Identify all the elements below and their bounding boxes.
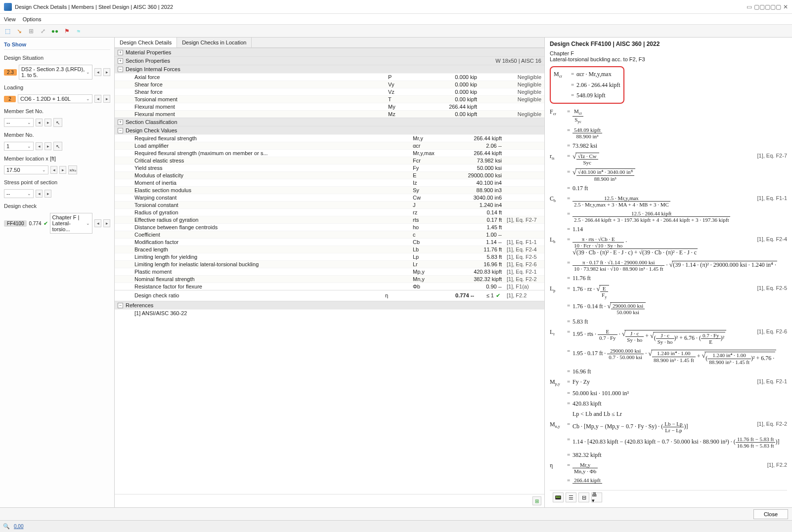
label-member-set: Member Set No. <box>4 108 110 114</box>
next-button[interactable]: ▸ <box>44 119 51 126</box>
badge-loading: 2 <box>4 96 16 102</box>
label-design-situation: Design Situation <box>4 55 110 61</box>
select-loading[interactable]: CO6 - 1.20D + 1.60L⌄ <box>18 94 92 103</box>
toolbar: ⬚ ↘ ⊞ ⤢ ●● ⚑ ≈ <box>0 25 792 38</box>
badge-dc-id: FF4100 <box>4 220 27 227</box>
select-member-set[interactable]: -- ⌄ <box>4 118 34 127</box>
subtitle-label: Lateral-torsional buckling acc. to F2, F… <box>550 56 787 62</box>
section-header[interactable]: +Section Classification <box>115 118 544 126</box>
search-icon[interactable]: 🔍 <box>3 523 10 530</box>
expand-icon[interactable]: + <box>118 58 123 64</box>
app-icon <box>4 3 12 11</box>
menu-options[interactable]: Options <box>23 16 42 22</box>
table-row: Elastic section modulusSy88.900 in3 <box>115 186 544 194</box>
table-row: Modification factorCb1.14 --[1], Eq. F1-… <box>115 238 544 246</box>
table-row: Distance between flange centroidsho1.45 … <box>115 223 544 231</box>
titlebar: Design Check Details | Members | Steel D… <box>0 0 792 14</box>
statusbar: 🔍 0,00 <box>0 520 792 532</box>
pick-icon[interactable]: ↖ <box>53 142 62 151</box>
section-header[interactable]: +Section PropertiesW 18x50 | AISC 16 <box>115 56 544 65</box>
prev-button[interactable]: ◂ <box>50 166 57 174</box>
ratio-row: Design check ratioη0.774 --≤ 1✔[1], F2.2 <box>115 290 544 301</box>
list-icon[interactable]: ☰ <box>566 492 576 502</box>
table-row: Braced lengthLb11.76 ft[1], Eq. F2-4 <box>115 246 544 253</box>
chevron-down-icon: ⌄ <box>86 96 90 101</box>
tool-icon-7[interactable]: ≈ <box>74 27 83 36</box>
select-stress-point[interactable]: -- ⌄ <box>4 189 34 198</box>
expand-icon[interactable]: + <box>118 120 123 125</box>
sidebar-heading: To Show <box>4 40 110 50</box>
tab-design-checks-in-location[interactable]: Design Checks in Location <box>177 38 252 47</box>
section-header[interactable]: +Material Properties <box>115 48 544 56</box>
pick-icon[interactable]: ↖ <box>53 118 62 127</box>
next-button[interactable]: ▸ <box>103 219 110 227</box>
collapse-icon[interactable]: − <box>118 303 123 308</box>
prev-button[interactable]: ◂ <box>36 190 43 198</box>
select-design-situation[interactable]: DS2 - Section 2.3 (LRFD), 1. to 5.⌄ <box>19 65 92 80</box>
chevron-down-icon: ⌄ <box>86 70 90 75</box>
table-row: Plastic momentMp,y420.83 kipft[1], Eq. F… <box>115 268 544 275</box>
table-row: Flexural momentMy266.44 kipft <box>115 103 544 110</box>
calc-icon[interactable]: 📟 <box>553 492 564 502</box>
tab-design-check-details[interactable]: Design Check Details <box>115 38 177 47</box>
chapter-label: Chapter F <box>550 50 787 56</box>
tool-icon-6[interactable]: ⚑ <box>62 27 71 36</box>
section-header[interactable]: −References <box>115 301 544 309</box>
collapse-icon[interactable]: − <box>118 67 123 72</box>
formula-panel[interactable]: Design Check FF4100 | AISC 360 | 2022 Ch… <box>545 38 792 507</box>
prev-button[interactable]: ◂ <box>36 142 43 150</box>
table-row: Flexural momentMz0.00 kipftNegligible <box>115 110 544 118</box>
input-member-loc[interactable]: 17.50⌄ <box>4 165 48 174</box>
section-header[interactable]: −Design Check Values <box>115 126 544 134</box>
table-row: Warping constantCw3040.00 in6 <box>115 194 544 201</box>
tree-icon[interactable]: ⊟ <box>578 492 589 502</box>
menu-view[interactable]: View <box>4 16 16 22</box>
table-row: Modulus of elasticityE29000.000 ksi <box>115 171 544 179</box>
table-row: Critical elastic stressFcr73.982 ksi <box>115 157 544 164</box>
prev-button[interactable]: ◂ <box>94 219 101 227</box>
tool-icon-4[interactable]: ⤢ <box>39 27 47 36</box>
ratio-icon[interactable]: x/x₀ <box>68 165 77 174</box>
table-row: Effective radius of gyrationrts0.17 ft[1… <box>115 216 544 223</box>
tool-icon-3[interactable]: ⊞ <box>27 27 36 36</box>
tool-icon-2[interactable]: ↘ <box>15 27 24 36</box>
next-button[interactable]: ▸ <box>103 68 110 76</box>
next-button[interactable]: ▸ <box>103 95 110 103</box>
prev-button[interactable]: ◂ <box>94 95 101 103</box>
next-button[interactable]: ▸ <box>44 142 51 150</box>
dc-ratio: 0.774 <box>29 221 41 226</box>
export-icon[interactable]: ⊞ <box>532 496 541 505</box>
footer: Close <box>0 507 792 520</box>
collapse-icon[interactable]: − <box>118 128 123 133</box>
reference-row: [1] ANSI/AISC 360-22 <box>115 309 544 317</box>
table-row: Yield stressFy50.000 ksi <box>115 164 544 171</box>
section-header[interactable]: −Design Internal Forces <box>115 65 544 73</box>
expand-icon[interactable]: + <box>118 50 123 55</box>
tree-list[interactable]: +Material Properties+Section PropertiesW… <box>115 48 544 494</box>
close-button[interactable]: Close <box>753 509 788 519</box>
table-row: Torsional momentT0.00 kipftNegligible <box>115 95 544 103</box>
select-design-check[interactable]: Chapter F | Lateral-torsio...⌄ <box>50 213 93 234</box>
decimal-icon[interactable]: 0,00 <box>14 524 23 529</box>
maximize-icon[interactable]: ▢▢▢▢▢ <box>754 3 781 10</box>
close-icon[interactable]: ✕ <box>783 3 788 10</box>
table-row: Resistance factor for flexureΦb0.90 --[1… <box>115 283 544 290</box>
prev-button[interactable]: ◂ <box>94 68 101 76</box>
table-row: Shear forceVz0.000 kipNegligible <box>115 88 544 95</box>
print-icon[interactable]: 🖶 ▾ <box>591 492 602 502</box>
table-row: Required flexural strength (maximum on m… <box>115 149 544 157</box>
next-button[interactable]: ▸ <box>59 166 66 174</box>
details-panel: Design Check Details Design Checks in Lo… <box>115 38 545 507</box>
table-row: Coefficientc1.00 -- <box>115 231 544 238</box>
table-row: Limiting length for inelastic lateral-to… <box>115 260 544 268</box>
tool-icon-1[interactable]: ⬚ <box>3 27 12 36</box>
table-row: Shear forceVy0.000 kipNegligible <box>115 81 544 88</box>
select-member-no[interactable]: 1 ⌄ <box>4 142 34 151</box>
highlight-box: Mcr=αcr · Mr,y,max =2.06 · 266.44 kipft … <box>550 66 624 104</box>
menubar: View Options <box>0 14 792 25</box>
prev-button[interactable]: ◂ <box>36 119 43 126</box>
next-button[interactable]: ▸ <box>44 190 51 198</box>
minimize-icon[interactable]: ▭ <box>747 3 752 10</box>
tool-icon-5[interactable]: ●● <box>50 27 59 36</box>
table-row: Load amplifierαcr2.06 -- <box>115 142 544 149</box>
